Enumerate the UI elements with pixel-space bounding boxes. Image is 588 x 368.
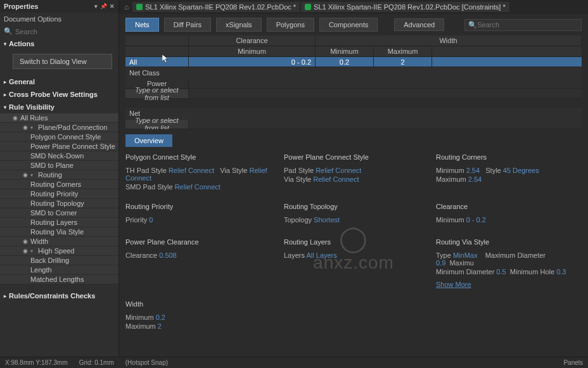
row-power[interactable]: Power: [125, 79, 582, 89]
properties-search[interactable]: 🔍: [0, 25, 118, 37]
doc-tab-pcb[interactable]: SL1 Xilinx Spartan-IIE PQ208 Rev1.02.Pcb…: [132, 2, 300, 12]
tree-routing-priority[interactable]: Routing Priority: [0, 189, 118, 199]
tree-routing-corners[interactable]: Routing Corners: [0, 180, 118, 189]
status-snap: (Hotspot Snap): [125, 359, 168, 366]
eye-icon: ◉: [11, 115, 19, 121]
ov-smd-pad-val[interactable]: Relief Connect: [175, 183, 220, 191]
ov-width-min[interactable]: 0.2: [156, 314, 165, 321]
advanced-button[interactable]: Advanced: [394, 18, 444, 31]
tree-routing-via[interactable]: Routing Via Style: [0, 227, 118, 237]
toolbar-search-input[interactable]: [477, 21, 578, 29]
status-bar: X:98.8mm Y:187.3mm Grid: 0.1mm (Hotspot …: [0, 357, 588, 368]
pin-icon[interactable]: ▾: [94, 3, 98, 10]
tree-routing-layers[interactable]: Routing Layers: [0, 218, 118, 227]
ov-rc-max[interactable]: 2.54: [468, 175, 482, 183]
net-input-row[interactable]: Type or select from list: [125, 119, 582, 129]
tree-smd-neck[interactable]: SMD Neck-Down: [0, 151, 118, 161]
caret-right-icon: ▸: [4, 293, 6, 299]
ov-topology-val[interactable]: Shortest: [314, 216, 340, 224]
section-rule-visibility[interactable]: ▾ Rule Visibility: [0, 101, 118, 113]
ov-pp-pad-val[interactable]: Relief Connect: [316, 167, 361, 174]
ov-width-title: Width: [125, 298, 278, 310]
section-actions[interactable]: ▾ Actions: [0, 37, 118, 50]
ov-rc-style[interactable]: 45 Degrees: [503, 167, 539, 174]
grid-header-sub: Minimum Minimum Maximum: [125, 46, 582, 57]
ov-poly-connect-title: Polygon Connect Style: [125, 151, 278, 163]
status-coords: X:98.8mm Y:187.3mm: [5, 359, 68, 366]
eye-icon: ◉: [22, 248, 29, 254]
home-icon[interactable]: ⌂: [122, 3, 131, 11]
tree-all-rules[interactable]: ◉ All Rules: [0, 113, 118, 123]
caret-down-icon: ▾: [4, 41, 6, 47]
document-tabs: ⌂ SL1 Xilinx Spartan-IIE PQ208 Rev1.02.P…: [119, 0, 588, 14]
ov-rv-type[interactable]: MinMax: [453, 251, 478, 259]
close-icon[interactable]: ✕: [110, 3, 115, 10]
ov-layers-val[interactable]: All Layers: [306, 251, 336, 259]
tree-smd-plane[interactable]: SMD to Plane: [0, 161, 118, 170]
section-general[interactable]: ▸ General: [0, 75, 118, 88]
ov-width-max[interactable]: 2: [158, 322, 162, 330]
main-panel: ⌂ SL1 Xilinx Spartan-IIE PQ208 Rev1.02.P…: [119, 0, 588, 357]
caret-right-icon: ▸: [4, 79, 6, 85]
tree-power-plane-connect[interactable]: Power Plane Connect Style: [0, 142, 118, 151]
net-label: Net: [125, 108, 582, 119]
caret-down-icon: ▾: [4, 105, 6, 110]
ov-pp-clear-title: Power Plane Clearance: [125, 236, 278, 248]
chip-components[interactable]: Components: [319, 18, 378, 32]
ov-routing-priority-title: Routing Priority: [125, 200, 278, 213]
tree-routing[interactable]: ◉ ▾ Routing: [0, 170, 118, 180]
tree-routing-topology[interactable]: Routing Topology: [0, 199, 118, 208]
section-cross-probe[interactable]: ▸ Cross Probe View Settings: [0, 88, 118, 101]
grid-row-all[interactable]: All 0 - 0.2 0.2 2: [125, 57, 582, 67]
ov-priority-val[interactable]: 0: [149, 216, 153, 224]
properties-title: Properties: [4, 3, 38, 10]
caret-right-icon: ▸: [4, 92, 6, 98]
ov-rv-maxd[interactable]: 0.9: [436, 259, 445, 267]
search-icon: 🔍: [4, 27, 13, 35]
ov-rv-mind[interactable]: 0.5: [496, 268, 506, 276]
ov-routing-layers-title: Routing Layers: [284, 236, 430, 248]
tree-poly-connect[interactable]: Polygon Connect Style: [0, 132, 118, 142]
switch-dialog-button[interactable]: Switch to Dialog View: [13, 54, 112, 69]
ov-ppclear-val[interactable]: 0.508: [159, 251, 177, 259]
doc-tab-constraints[interactable]: SL1 Xilinx Spartan-IIE PQ208 Rev1.02.Pcb…: [301, 2, 509, 12]
net-input[interactable]: Type or select from list: [125, 120, 189, 129]
section-rules-checks[interactable]: ▸ Rules/Constraints Checks: [0, 289, 118, 302]
net-class-input[interactable]: Type or select from list: [125, 89, 189, 98]
status-grid: Grid: 0.1mm: [79, 359, 114, 366]
chip-xsignals[interactable]: xSignals: [216, 18, 262, 32]
tree-matched-lengths[interactable]: Matched Lengths: [0, 275, 118, 284]
ov-power-plane-title: Power Plane Connect Style: [284, 151, 430, 163]
tree-high-speed[interactable]: ◉ ▾ High Speed: [0, 246, 118, 256]
caret-down-icon: ▾: [30, 125, 37, 130]
filter-toolbar: Nets Diff Pairs xSignals Polygons Compon…: [119, 14, 588, 35]
document-options-label: Document Options: [0, 13, 118, 25]
tree-length[interactable]: Length: [0, 265, 118, 275]
ov-clearance-title: Clearance: [436, 200, 582, 213]
tree-plane-pad[interactable]: ◉ ▾ Plane/Pad Connection: [0, 123, 118, 132]
ov-routing-via-title: Routing Via Style: [436, 236, 582, 248]
show-more-link[interactable]: Show More: [436, 281, 471, 288]
toolbar-search[interactable]: 🔍: [464, 19, 582, 31]
overview-tab[interactable]: Overview: [125, 134, 172, 147]
caret-down-icon: ▾: [30, 248, 37, 254]
ov-clear-min[interactable]: 0 - 0.2: [466, 216, 486, 224]
ov-rv-minh[interactable]: 0.3: [556, 268, 566, 276]
panels-button[interactable]: Panels: [563, 359, 583, 366]
chip-diff-pairs[interactable]: Diff Pairs: [164, 18, 211, 32]
net-class-input-row[interactable]: Type or select from list: [125, 89, 582, 99]
ov-rc-min[interactable]: 2.54: [466, 167, 480, 174]
properties-search-input[interactable]: [15, 28, 115, 35]
tree-back-drilling[interactable]: Back Drilling: [0, 256, 118, 265]
unpin-icon[interactable]: 📌: [100, 3, 107, 10]
chip-polygons[interactable]: Polygons: [267, 18, 314, 32]
ov-routing-corners-title: Routing Corners: [436, 151, 582, 163]
tree-smd-corner[interactable]: SMD to Corner: [0, 208, 118, 218]
caret-down-icon: ▾: [30, 172, 37, 178]
ov-pp-via-val[interactable]: Relief Connect: [313, 175, 359, 183]
properties-panel: Properties ▾ 📌 ✕ Document Options 🔍 ▾ Ac…: [0, 0, 119, 357]
eye-icon: ◉: [22, 172, 29, 178]
ov-th-pad-val[interactable]: Relief Connect: [169, 167, 214, 174]
tree-width[interactable]: ◉ Width: [0, 237, 118, 246]
chip-nets[interactable]: Nets: [125, 18, 159, 32]
